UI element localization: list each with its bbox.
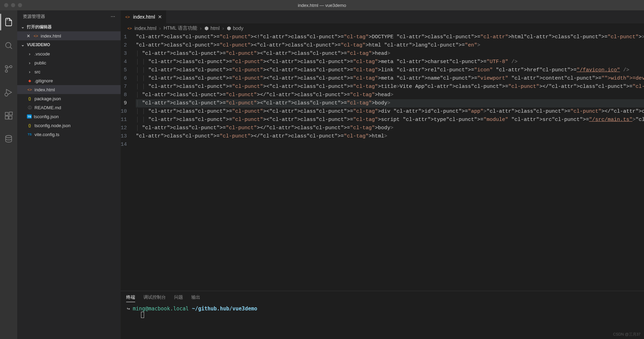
- svg-line-1: [10, 47, 12, 49]
- explorer-title: 资源管理器: [23, 13, 45, 20]
- titlebar: index.html — vue3demo: [0, 0, 644, 10]
- project-header[interactable]: ⌄ VUE3DEMO: [17, 40, 121, 49]
- open-editor-item[interactable]: ✕ <> index.html: [17, 31, 121, 40]
- chevron-right-icon: ›: [27, 51, 32, 56]
- file-item[interactable]: TSvite.config.ts: [17, 130, 121, 139]
- editor-tab[interactable]: <> index.html ✕: [121, 10, 167, 23]
- svg-rect-9: [9, 116, 12, 119]
- svg-point-6: [5, 93, 8, 96]
- window-controls: [0, 3, 22, 7]
- file-tree: ›.vscode›public›src◆.gitignore<>index.ht…: [17, 49, 121, 339]
- search-icon[interactable]: [0, 37, 17, 54]
- code-content[interactable]: "cl-attr">class"cl-punct">="cl-punct"><!…: [133, 33, 644, 291]
- terminal-cursor: [141, 312, 144, 318]
- svg-rect-10: [9, 112, 12, 115]
- chevron-right-icon: ›: [159, 25, 161, 31]
- svg-point-11: [6, 135, 11, 138]
- chevron-right-icon: ›: [200, 25, 202, 31]
- terminal-tab[interactable]: 问题: [174, 293, 183, 302]
- json-file-icon: {}: [27, 123, 32, 128]
- explorer-icon[interactable]: [0, 14, 17, 30]
- chevron-down-icon: ⌄: [20, 42, 26, 47]
- open-editors-header[interactable]: ⌄ 打开的编辑器: [17, 22, 121, 31]
- json-file-icon: {}: [27, 96, 32, 101]
- breadcrumbs[interactable]: <>index.html › HTML 语言功能 › ⬢html › ⬢body: [121, 23, 644, 33]
- chevron-right-icon: ›: [222, 25, 224, 31]
- close-tab-icon[interactable]: ✕: [158, 14, 162, 20]
- svg-rect-7: [5, 112, 8, 115]
- terminal-content[interactable]: ↪ ming@macbook.local ~/github.hub/vue3de…: [121, 304, 644, 339]
- maximize-window-button[interactable]: [18, 3, 22, 7]
- extensions-icon[interactable]: [0, 107, 17, 124]
- svg-point-3: [5, 70, 8, 72]
- close-window-button[interactable]: [4, 3, 8, 7]
- debug-icon[interactable]: [0, 84, 17, 101]
- source-control-icon[interactable]: [0, 61, 17, 77]
- terminal-panel: 终端调试控制台问题输出 ↪ ming@macbook.local ~/githu…: [121, 291, 644, 339]
- html-file-icon: <>: [125, 14, 130, 20]
- minimize-window-button[interactable]: [11, 3, 15, 7]
- terminal-tab[interactable]: 调试控制台: [143, 293, 166, 302]
- line-numbers: 1234567891011121314: [121, 33, 133, 291]
- prompt-icon: ↪: [127, 306, 130, 312]
- activity-bar: [0, 10, 17, 339]
- folder-item[interactable]: ›src: [17, 67, 121, 76]
- html-file-icon: <>: [127, 25, 132, 31]
- window-title: index.html — vue3demo: [298, 3, 346, 8]
- terminal-tabs: 终端调试控制台问题输出: [121, 291, 644, 304]
- svg-rect-8: [5, 116, 8, 119]
- chevron-right-icon: ›: [27, 60, 32, 65]
- code-editor[interactable]: 1234567891011121314 "cl-attr">class"cl-p…: [121, 33, 644, 291]
- folder-item[interactable]: ›public: [17, 58, 121, 67]
- file-item[interactable]: ⓘREADME.md: [17, 103, 121, 112]
- git-file-icon: ◆: [27, 78, 32, 83]
- symbol-icon: ⬢: [204, 25, 209, 31]
- tab-bar: <> index.html ✕: [121, 10, 644, 23]
- file-item[interactable]: TStsconfig.json: [17, 112, 121, 121]
- svg-point-4: [5, 65, 8, 68]
- editor-area: <> index.html ✕ <>index.html › HTML 语言功能…: [121, 10, 644, 339]
- watermark: CSDN @三月37: [613, 332, 641, 337]
- more-actions-icon[interactable]: ⋯: [111, 14, 115, 19]
- file-item[interactable]: <>index.html: [17, 85, 121, 94]
- file-item[interactable]: {}package.json: [17, 94, 121, 103]
- chevron-down-icon: ⌄: [20, 24, 26, 29]
- database-icon[interactable]: [0, 131, 17, 147]
- chevron-right-icon: ›: [27, 69, 32, 74]
- ts-file-icon: TS: [27, 132, 32, 137]
- file-item[interactable]: ◆.gitignore: [17, 76, 121, 85]
- close-icon[interactable]: ✕: [26, 33, 31, 39]
- info-file-icon: ⓘ: [27, 105, 32, 110]
- terminal-tab[interactable]: 输出: [191, 293, 200, 302]
- html-file-icon: <>: [27, 87, 32, 92]
- symbol-icon: ⬢: [227, 25, 231, 31]
- terminal-tab[interactable]: 终端: [126, 293, 135, 302]
- folder-item[interactable]: ›.vscode: [17, 49, 121, 58]
- file-item[interactable]: {}tsconfig.node.json: [17, 121, 121, 130]
- svg-point-0: [6, 42, 11, 48]
- svg-point-2: [10, 65, 12, 68]
- html-file-icon: <>: [33, 33, 39, 39]
- ts-file-icon: TS: [27, 114, 32, 119]
- sidebar: 资源管理器 ⋯ ⌄ 打开的编辑器 ✕ <> index.html ⌄ VUE3D…: [17, 10, 121, 339]
